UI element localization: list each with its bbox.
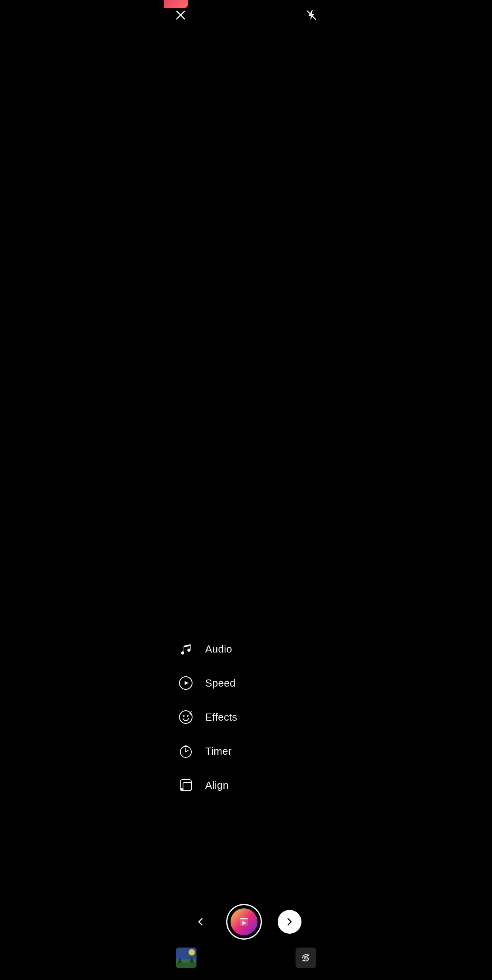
align-icon — [177, 776, 195, 794]
effects-icon — [177, 708, 195, 726]
audio-menu-item[interactable]: Audio — [164, 632, 328, 666]
effects-icon-container — [176, 707, 196, 727]
effects-menu-item[interactable]: Effects — [164, 700, 328, 734]
svg-point-24 — [305, 957, 307, 959]
gallery-image — [176, 948, 196, 968]
bottom-controls — [164, 904, 328, 980]
bottom-strip — [172, 948, 320, 968]
close-icon — [175, 10, 186, 21]
align-label: Align — [205, 779, 229, 792]
svg-point-16 — [181, 788, 183, 790]
back-arrow-icon — [195, 916, 206, 927]
music-icon — [177, 640, 195, 658]
viewfinder — [164, 24, 328, 486]
reels-icon — [231, 908, 257, 935]
reels-play-icon — [237, 915, 251, 929]
svg-point-9 — [187, 715, 189, 717]
camera-screen: Audio Speed — [164, 0, 328, 980]
next-button[interactable] — [278, 910, 301, 934]
flip-camera-icon — [299, 951, 312, 964]
svg-point-21 — [189, 949, 195, 955]
record-button-inner — [229, 906, 259, 937]
timer-menu-item[interactable]: Timer — [164, 734, 328, 768]
audio-label: Audio — [205, 643, 232, 655]
close-button[interactable] — [172, 6, 189, 24]
align-icon-container — [176, 775, 196, 795]
align-menu-item[interactable]: Align — [164, 768, 328, 802]
flip-camera-button[interactable] — [296, 948, 316, 968]
gallery-thumbnail[interactable] — [176, 948, 196, 968]
bottom-row — [172, 904, 320, 940]
svg-rect-22 — [176, 963, 196, 968]
svg-rect-15 — [183, 782, 191, 791]
record-button[interactable] — [226, 904, 262, 940]
svg-rect-17 — [240, 918, 248, 919]
svg-point-8 — [183, 715, 185, 717]
timer-label: Timer — [205, 745, 232, 757]
speed-menu-item[interactable]: Speed — [164, 666, 328, 700]
next-arrow-icon — [285, 917, 294, 927]
effects-label: Effects — [205, 711, 237, 723]
gallery-thumb-icon — [176, 948, 196, 968]
flash-off-icon — [305, 9, 317, 21]
speed-label: Speed — [205, 677, 236, 689]
back-button[interactable] — [191, 912, 210, 932]
timer-icon — [177, 742, 195, 760]
audio-icon-container — [176, 639, 196, 659]
timer-icon-container — [176, 741, 196, 761]
flash-button[interactable] — [303, 6, 320, 24]
speed-icon — [177, 674, 195, 692]
speed-icon-container — [176, 673, 196, 693]
top-bar — [164, 0, 328, 24]
